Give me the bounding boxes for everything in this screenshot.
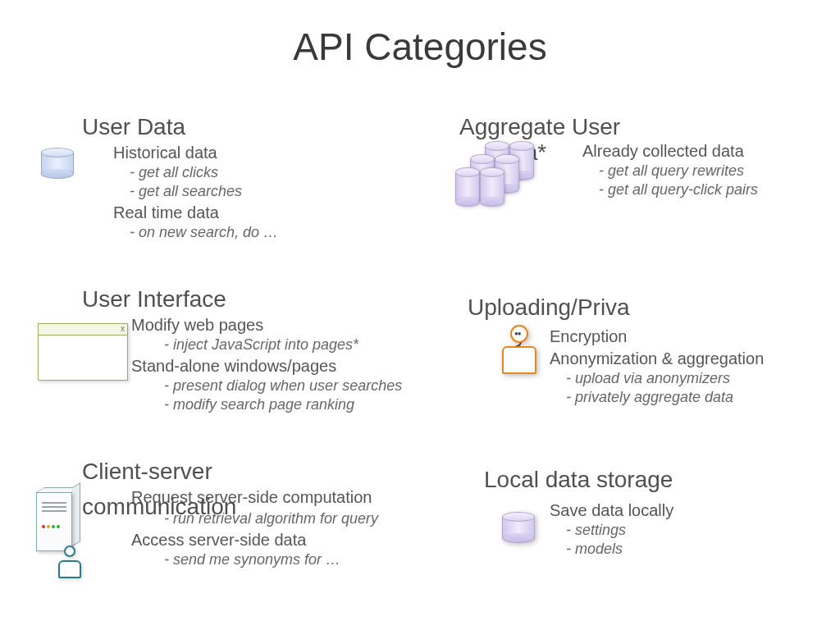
- multi-database-icon: [455, 146, 554, 228]
- group-label: Access server-side data: [131, 531, 378, 550]
- item-text: - present dialog when user searches: [164, 377, 402, 395]
- item-text: - get all clicks: [130, 164, 278, 181]
- item-text: - on new search, do …: [130, 224, 278, 241]
- item-text: - get all query-click pairs: [599, 181, 758, 199]
- category-clientserver: Client-server Request server-side comput…: [82, 459, 378, 568]
- database-cylinder-icon: [41, 148, 74, 179]
- heading-aggregate: Aggregate User: [459, 115, 758, 140]
- group-label: Modify web pages: [131, 316, 402, 335]
- category-userdata: User Data Historical data - get all clic…: [82, 115, 278, 241]
- item-text: - get all query rewrites: [599, 162, 758, 180]
- group-label: Encryption: [550, 327, 764, 346]
- category-ui: User Interface Modify web pages - inject…: [82, 287, 402, 413]
- server-icon: [36, 492, 85, 578]
- slide-title: API Categories: [0, 0, 840, 69]
- person-privacy-icon: [500, 325, 538, 374]
- database-cylinder-icon: [502, 512, 535, 543]
- group-label: Historical data: [113, 144, 278, 162]
- group-label: Real time data: [113, 203, 278, 222]
- item-text: - get all searches: [130, 183, 278, 200]
- item-text: - inject JavaScript into pages*: [164, 336, 402, 354]
- heading-userdata: User Data: [82, 115, 278, 140]
- browser-window-icon: x: [38, 323, 128, 381]
- group-label: Stand-alone windows/pages: [131, 357, 402, 376]
- heading-clientserver-l1: Client-server: [82, 459, 378, 485]
- item-text: - upload via anonymizers: [566, 370, 764, 387]
- group-label: Save data locally: [550, 501, 673, 520]
- item-text: - settings: [566, 522, 673, 539]
- heading-clientserver-l2: communication: [82, 495, 236, 520]
- item-text: - modify search page ranking: [164, 396, 402, 413]
- item-text: - privately aggregate data: [566, 389, 764, 406]
- item-text: - models: [566, 541, 673, 558]
- item-text: - send me synonyms for …: [164, 551, 378, 568]
- heading-storage: Local data storage: [484, 468, 673, 493]
- group-label: Already collected data: [582, 142, 744, 160]
- group-label: Anonymization & aggregation: [550, 349, 764, 368]
- heading-ui: User Interface: [82, 287, 402, 313]
- heading-upload: Uploading/Priva: [468, 295, 764, 321]
